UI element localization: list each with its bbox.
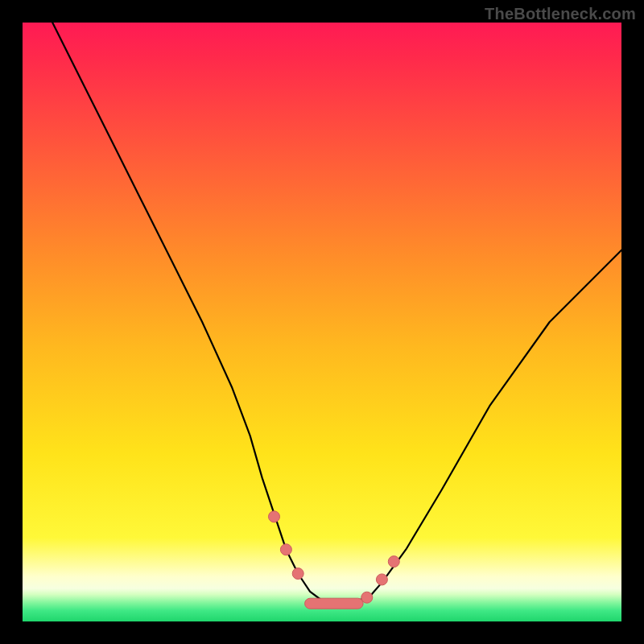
curve-marker-4: [376, 574, 387, 585]
curve-marker-5: [388, 556, 399, 568]
plot-area: [23, 23, 621, 621]
curve-path: [23, 23, 621, 604]
curve-marker-0: [269, 511, 280, 522]
chart-svg: [23, 23, 621, 621]
flat-bottom-bar: [305, 598, 364, 609]
curve-marker-3: [361, 592, 373, 603]
chart-frame: TheBottleneck.com: [0, 0, 644, 644]
watermark-text: TheBottleneck.com: [485, 5, 636, 23]
curve-marker-2: [292, 568, 303, 580]
curve-markers: [269, 511, 400, 603]
valley-bar: [305, 598, 364, 609]
bottleneck-curve: [23, 23, 621, 604]
curve-marker-1: [280, 544, 291, 555]
